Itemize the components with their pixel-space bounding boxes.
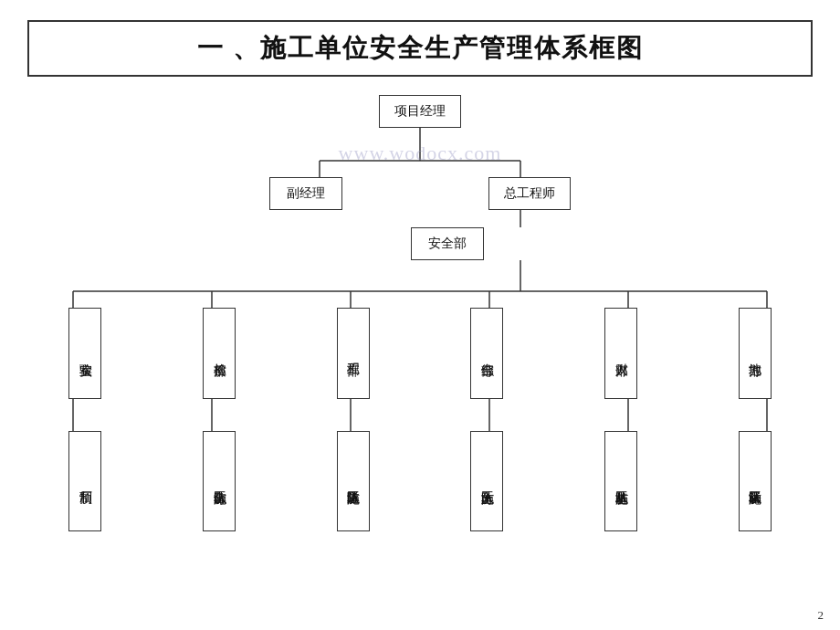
node-chief-engineer: 总工程师 xyxy=(488,177,571,210)
node-engineering: 工程部 xyxy=(337,308,370,399)
node-local: 地方部 xyxy=(739,308,772,399)
node-hr-finance: 人财部 xyxy=(604,308,637,399)
node-project-manager: 项目经理 xyxy=(379,95,461,128)
node-tunnel-team: 隧道施工队 xyxy=(337,431,370,531)
page-title: 一 、施工单位安全生产管理体系框图 xyxy=(57,31,783,66)
node-safety-dept: 安全部 xyxy=(411,227,484,260)
node-prefab: 预制厂 xyxy=(68,431,101,531)
page-number: 2 xyxy=(818,608,824,623)
node-lab: 实验室 xyxy=(68,308,101,399)
node-general-team: 综合施工队 xyxy=(203,431,236,531)
node-quality: 质检部 xyxy=(203,308,236,399)
node-general: 综合部 xyxy=(470,308,503,399)
node-pile-team: 桩基施工队 xyxy=(604,431,637,531)
title-box: 一 、施工单位安全生产管理体系框图 xyxy=(27,20,813,77)
node-earthwork-team: 土方施工队 xyxy=(470,431,503,531)
page: 一 、施工单位安全生产管理体系框图 www.wodocx.com xyxy=(0,0,840,630)
node-bridge-team: 桥涵施工队 xyxy=(739,431,772,531)
org-chart: 项目经理 副经理 总工程师 安全部 实验室 质检部 工程部 综合部 人财部 地方… xyxy=(18,95,822,542)
node-deputy-manager: 副经理 xyxy=(269,177,342,210)
